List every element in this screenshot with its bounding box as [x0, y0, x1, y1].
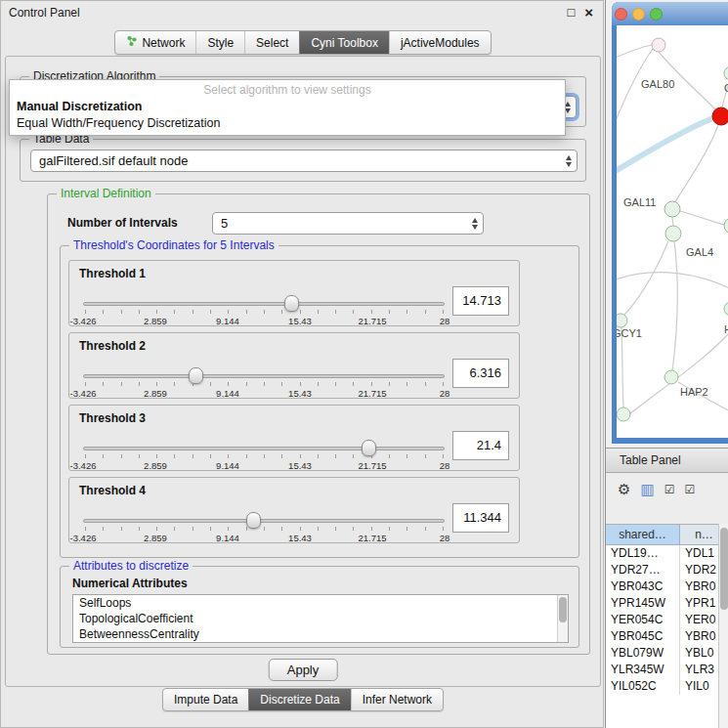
- table-cell[interactable]: YER054C: [606, 612, 680, 628]
- attributes-group-title: Attributes to discretize: [69, 559, 193, 573]
- table-row[interactable]: YPR145WYPR1: [606, 595, 718, 612]
- network-node[interactable]: [724, 66, 728, 80]
- threshold-label: Threshold 4: [79, 484, 146, 497]
- table-data-combo[interactable]: galFiltered.sif default node: [30, 150, 578, 172]
- table-cell[interactable]: YPR1: [680, 595, 718, 612]
- table-cell[interactable]: YDL19…: [606, 545, 680, 562]
- list-scrollbar[interactable]: [557, 595, 568, 642]
- threshold-slider[interactable]: -3.4262.8599.14415.4321.71528: [83, 435, 445, 470]
- table-cell[interactable]: YBR043C: [606, 578, 680, 595]
- table-cell[interactable]: YBL0: [680, 645, 718, 662]
- table-scrollbar[interactable]: [718, 524, 728, 728]
- threshold-value-field[interactable]: 11.344: [452, 503, 509, 533]
- table-row[interactable]: YBR043CYBR0: [606, 578, 718, 595]
- minimize-traffic-light[interactable]: [632, 8, 645, 21]
- list-item[interactable]: BetweennessCentrality: [73, 626, 568, 642]
- scrollbar-thumb[interactable]: [559, 597, 567, 622]
- threshold-slider[interactable]: -3.4262.8599.14415.4321.71528: [83, 363, 445, 398]
- table-cell[interactable]: YDR27…: [606, 562, 680, 578]
- table-data-combo-value: galFiltered.sif default node: [39, 153, 188, 168]
- float-window-icon[interactable]: □: [567, 6, 575, 19]
- network-node[interactable]: [617, 314, 627, 327]
- scale-label: 2.859: [144, 316, 167, 326]
- threshold-value-field[interactable]: 6.316: [452, 359, 509, 388]
- tab-infer-network[interactable]: Infer Network: [351, 689, 443, 710]
- table-cell[interactable]: YBR0: [680, 628, 718, 645]
- tab-cyni-toolbox[interactable]: Cyni Toolbox: [299, 31, 388, 54]
- threshold-value-field[interactable]: 21.4: [452, 431, 509, 460]
- dropdown-items: Manual DiscretizationEqual Width/Frequen…: [10, 99, 565, 132]
- apply-button[interactable]: Apply: [269, 659, 338, 681]
- table-row[interactable]: YIL052CYIL0: [606, 678, 718, 695]
- table-cell[interactable]: YIL052C: [606, 678, 680, 695]
- tab-select[interactable]: Select: [244, 31, 299, 54]
- select-all-columns-icon[interactable]: ☑: [664, 484, 675, 495]
- zoom-traffic-light[interactable]: [650, 8, 663, 21]
- threshold-slider[interactable]: -3.4262.8599.14415.4321.71528: [83, 507, 445, 542]
- network-node[interactable]: [664, 370, 678, 384]
- network-edge: [672, 217, 673, 226]
- network-node[interactable]: [652, 38, 665, 52]
- slider-thumb[interactable]: [284, 295, 299, 312]
- network-canvas[interactable]: GAL80GAGAL11GAL4GCY1HHAP2: [617, 25, 728, 438]
- scale-label: 15.43: [288, 533, 312, 543]
- scale-label: 15.43: [288, 388, 312, 399]
- slider-thumb[interactable]: [189, 367, 203, 384]
- scale-label: 9.144: [216, 533, 239, 543]
- table-cell[interactable]: YPR145W: [606, 595, 680, 612]
- combo-stepper-icon[interactable]: [472, 218, 478, 230]
- table-row[interactable]: YDR27…YDR2: [606, 562, 718, 578]
- table-cell[interactable]: YLR3: [680, 662, 718, 678]
- table-cell[interactable]: YLR345W: [606, 662, 680, 678]
- tab-style[interactable]: Style: [195, 31, 244, 54]
- table-cell[interactable]: YDL1: [680, 545, 718, 562]
- gear-icon[interactable]: ⚙: [618, 482, 630, 496]
- slider-ticks: [85, 527, 445, 531]
- algorithm-option[interactable]: Manual Discretization: [10, 99, 565, 115]
- tab-impute-data[interactable]: Impute Data: [163, 689, 248, 710]
- threshold-slider[interactable]: -3.4262.8599.14415.4321.71528: [83, 290, 445, 325]
- table-cell[interactable]: YBR045C: [606, 628, 680, 645]
- close-window-icon[interactable]: ×: [584, 5, 593, 20]
- close-traffic-light[interactable]: [615, 8, 627, 21]
- column-header[interactable]: shared…: [606, 524, 680, 545]
- algorithm-option[interactable]: Equal Width/Frequency Discretization: [10, 115, 565, 132]
- scale-label: 21.715: [358, 316, 386, 326]
- control-panel-window: Control Panel □ × NetworkStyleSelectCyni…: [0, 0, 604, 728]
- network-node[interactable]: [724, 218, 728, 234]
- list-item[interactable]: TopologicalCoefficient: [73, 611, 568, 626]
- slider-thumb[interactable]: [246, 512, 261, 529]
- network-node[interactable]: [617, 407, 630, 421]
- threshold-value-field[interactable]: 14.713: [452, 286, 509, 316]
- columns-icon[interactable]: ▥: [640, 482, 654, 496]
- tab-jactivemodules[interactable]: jActiveModules: [389, 31, 491, 54]
- number-of-intervals-combo[interactable]: 5: [212, 212, 484, 235]
- selected-network-node[interactable]: [712, 107, 728, 125]
- network-node[interactable]: [724, 302, 728, 316]
- table-cell[interactable]: YBL079W: [606, 645, 680, 662]
- table-cell[interactable]: YBR0: [680, 578, 718, 595]
- list-item[interactable]: SelfLoops: [73, 595, 568, 611]
- threshold-label: Threshold 3: [79, 411, 146, 425]
- table-cell[interactable]: YER0: [680, 612, 718, 628]
- table-cell[interactable]: YDR2: [680, 562, 718, 578]
- table-row[interactable]: YER054CYER0: [606, 612, 718, 628]
- tab-discretize-data[interactable]: Discretize Data: [248, 689, 350, 710]
- combo-stepper-icon[interactable]: [566, 155, 572, 167]
- network-node[interactable]: [664, 201, 680, 217]
- network-window-titlebar: [612, 2, 728, 25]
- slider-thumb[interactable]: [362, 440, 376, 456]
- table-panel-section: ⚙▥☑☑ shared…n… YDL19…YDL1YDR27…YDR2YBR04…: [606, 473, 728, 728]
- table-cell[interactable]: YIL0: [680, 678, 718, 695]
- table-row[interactable]: YDL19…YDL1: [606, 545, 718, 562]
- table-row[interactable]: YLR345WYLR3: [606, 662, 718, 678]
- scrollbar-thumb[interactable]: [720, 528, 728, 610]
- select-columns-icon[interactable]: ☑: [684, 484, 695, 495]
- tab-network[interactable]: Network: [115, 31, 195, 54]
- network-node[interactable]: [665, 226, 681, 241]
- table-row[interactable]: YBL079WYBL0: [606, 645, 718, 662]
- interval-definition-group-title: Interval Definition: [57, 187, 155, 200]
- numerical-attributes-list[interactable]: SelfLoopsTopologicalCoefficientBetweenne…: [72, 594, 569, 643]
- table-row[interactable]: YBR045CYBR0: [606, 628, 718, 645]
- node-label: GAL4: [686, 246, 713, 258]
